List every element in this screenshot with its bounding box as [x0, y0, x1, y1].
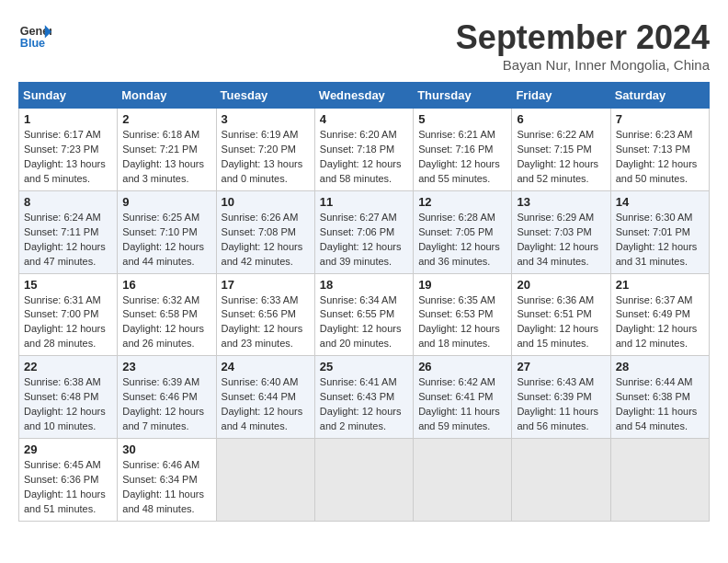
- calendar-week-row: 1 Sunrise: 6:17 AM Sunset: 7:23 PM Dayli…: [19, 109, 710, 191]
- sunset-label: Sunset: 6:43 PM: [320, 391, 394, 402]
- day-number: 14: [616, 195, 704, 209]
- daylight-label: Daylight: 12 hours and 7 minutes.: [122, 406, 204, 431]
- day-info: Sunrise: 6:22 AM Sunset: 7:15 PM Dayligh…: [517, 128, 605, 187]
- day-info: Sunrise: 6:21 AM Sunset: 7:16 PM Dayligh…: [418, 128, 506, 187]
- sunrise-label: Sunrise: 6:28 AM: [418, 212, 495, 223]
- day-info: Sunrise: 6:32 AM Sunset: 6:58 PM Dayligh…: [122, 293, 210, 352]
- calendar-day-cell: 26 Sunrise: 6:42 AM Sunset: 6:41 PM Dayl…: [414, 356, 512, 439]
- calendar-day-cell: 5 Sunrise: 6:21 AM Sunset: 7:16 PM Dayli…: [414, 109, 512, 191]
- calendar-day-cell: 12 Sunrise: 6:28 AM Sunset: 7:05 PM Dayl…: [414, 190, 512, 273]
- sunset-label: Sunset: 7:03 PM: [517, 226, 591, 237]
- logo-icon: General Blue: [18, 18, 51, 52]
- calendar-day-cell: 16 Sunrise: 6:32 AM Sunset: 6:58 PM Dayl…: [118, 273, 216, 356]
- day-number: 11: [320, 195, 408, 209]
- daylight-label: Daylight: 12 hours and 28 minutes.: [24, 323, 106, 349]
- day-number: 19: [418, 278, 506, 292]
- sunset-label: Sunset: 7:21 PM: [122, 144, 197, 155]
- daylight-label: Daylight: 12 hours and 4 minutes.: [222, 406, 303, 431]
- calendar-day-cell: 30 Sunrise: 6:46 AM Sunset: 6:34 PM Dayl…: [118, 439, 216, 522]
- page-header: General Blue September 2024 Bayan Nur, I…: [18, 18, 710, 73]
- day-info: Sunrise: 6:45 AM Sunset: 6:36 PM Dayligh…: [24, 458, 112, 517]
- sunset-label: Sunset: 6:44 PM: [222, 391, 296, 402]
- day-info: Sunrise: 6:44 AM Sunset: 6:38 PM Dayligh…: [616, 375, 704, 434]
- calendar-day-cell: [314, 439, 413, 522]
- daylight-label: Daylight: 12 hours and 39 minutes.: [320, 241, 402, 267]
- calendar-week-row: 29 Sunrise: 6:45 AM Sunset: 6:36 PM Dayl…: [19, 439, 710, 522]
- day-info: Sunrise: 6:38 AM Sunset: 6:48 PM Dayligh…: [24, 375, 112, 434]
- daylight-label: Daylight: 13 hours and 0 minutes.: [222, 158, 303, 184]
- day-number: 26: [418, 360, 506, 373]
- day-info: Sunrise: 6:31 AM Sunset: 7:00 PM Dayligh…: [24, 293, 112, 352]
- calendar-day-cell: 9 Sunrise: 6:25 AM Sunset: 7:10 PM Dayli…: [118, 190, 216, 273]
- day-info: Sunrise: 6:19 AM Sunset: 7:20 PM Dayligh…: [222, 128, 310, 187]
- sunset-label: Sunset: 6:48 PM: [24, 391, 98, 402]
- sunrise-label: Sunrise: 6:24 AM: [24, 212, 101, 223]
- daylight-label: Daylight: 11 hours and 59 minutes.: [418, 406, 500, 431]
- day-info: Sunrise: 6:33 AM Sunset: 6:56 PM Dayligh…: [222, 293, 310, 352]
- daylight-label: Daylight: 11 hours and 54 minutes.: [616, 406, 698, 431]
- sunrise-label: Sunrise: 6:18 AM: [122, 129, 199, 140]
- day-info: Sunrise: 6:35 AM Sunset: 6:53 PM Dayligh…: [418, 293, 506, 352]
- day-number: 25: [320, 360, 408, 373]
- calendar-day-cell: 11 Sunrise: 6:27 AM Sunset: 7:06 PM Dayl…: [314, 190, 413, 273]
- calendar-week-row: 8 Sunrise: 6:24 AM Sunset: 7:11 PM Dayli…: [19, 190, 710, 273]
- sunrise-label: Sunrise: 6:42 AM: [418, 376, 495, 387]
- sunrise-label: Sunrise: 6:40 AM: [222, 376, 299, 387]
- daylight-label: Daylight: 12 hours and 18 minutes.: [418, 323, 500, 349]
- day-info: Sunrise: 6:40 AM Sunset: 6:44 PM Dayligh…: [222, 375, 310, 434]
- calendar-day-cell: 27 Sunrise: 6:43 AM Sunset: 6:39 PM Dayl…: [512, 356, 610, 439]
- calendar-day-cell: 4 Sunrise: 6:20 AM Sunset: 7:18 PM Dayli…: [314, 109, 413, 191]
- sunrise-label: Sunrise: 6:32 AM: [122, 294, 199, 305]
- sunrise-label: Sunrise: 6:27 AM: [320, 212, 397, 223]
- day-info: Sunrise: 6:30 AM Sunset: 7:01 PM Dayligh…: [616, 211, 704, 270]
- calendar-day-cell: 18 Sunrise: 6:34 AM Sunset: 6:55 PM Dayl…: [314, 273, 413, 356]
- weekday-header: Saturday: [610, 83, 709, 109]
- day-number: 3: [222, 112, 310, 126]
- weekday-header: Wednesday: [314, 83, 413, 109]
- day-info: Sunrise: 6:42 AM Sunset: 6:41 PM Dayligh…: [418, 375, 506, 434]
- daylight-label: Daylight: 12 hours and 58 minutes.: [320, 158, 402, 184]
- svg-text:Blue: Blue: [20, 37, 45, 50]
- sunset-label: Sunset: 6:56 PM: [222, 308, 296, 319]
- calendar-day-cell: 7 Sunrise: 6:23 AM Sunset: 7:13 PM Dayli…: [610, 109, 709, 191]
- daylight-label: Daylight: 12 hours and 26 minutes.: [122, 323, 204, 349]
- day-number: 17: [222, 278, 310, 292]
- day-info: Sunrise: 6:46 AM Sunset: 6:34 PM Dayligh…: [122, 458, 210, 517]
- daylight-label: Daylight: 12 hours and 50 minutes.: [616, 158, 698, 184]
- day-info: Sunrise: 6:25 AM Sunset: 7:10 PM Dayligh…: [122, 211, 210, 270]
- daylight-label: Daylight: 12 hours and 52 minutes.: [517, 158, 598, 184]
- daylight-label: Daylight: 12 hours and 34 minutes.: [517, 241, 598, 267]
- sunrise-label: Sunrise: 6:31 AM: [24, 294, 101, 305]
- day-number: 18: [320, 278, 408, 292]
- sunrise-label: Sunrise: 6:37 AM: [616, 294, 693, 305]
- daylight-label: Daylight: 12 hours and 12 minutes.: [616, 323, 698, 349]
- day-number: 5: [418, 112, 506, 126]
- calendar-day-cell: [512, 439, 610, 522]
- calendar-week-row: 15 Sunrise: 6:31 AM Sunset: 7:00 PM Dayl…: [19, 273, 710, 356]
- sunset-label: Sunset: 7:10 PM: [122, 226, 197, 237]
- day-info: Sunrise: 6:18 AM Sunset: 7:21 PM Dayligh…: [122, 128, 210, 187]
- sunset-label: Sunset: 7:16 PM: [418, 144, 493, 155]
- sunset-label: Sunset: 6:41 PM: [418, 391, 493, 402]
- calendar-week-row: 22 Sunrise: 6:38 AM Sunset: 6:48 PM Dayl…: [19, 356, 710, 439]
- sunrise-label: Sunrise: 6:38 AM: [24, 376, 101, 387]
- sunrise-label: Sunrise: 6:34 AM: [320, 294, 397, 305]
- weekday-header: Friday: [512, 83, 610, 109]
- weekday-header: Sunday: [19, 83, 118, 109]
- day-number: 27: [517, 360, 605, 373]
- calendar-day-cell: 10 Sunrise: 6:26 AM Sunset: 7:08 PM Dayl…: [216, 190, 314, 273]
- sunset-label: Sunset: 6:53 PM: [418, 308, 493, 319]
- day-number: 20: [517, 278, 605, 292]
- calendar-day-cell: 17 Sunrise: 6:33 AM Sunset: 6:56 PM Dayl…: [216, 273, 314, 356]
- sunrise-label: Sunrise: 6:19 AM: [222, 129, 299, 140]
- location-title: Bayan Nur, Inner Mongolia, China: [456, 57, 710, 73]
- month-title: September 2024: [456, 18, 710, 57]
- calendar-day-cell: 29 Sunrise: 6:45 AM Sunset: 6:36 PM Dayl…: [19, 439, 118, 522]
- day-info: Sunrise: 6:39 AM Sunset: 6:46 PM Dayligh…: [122, 375, 210, 434]
- daylight-label: Daylight: 12 hours and 55 minutes.: [418, 158, 500, 184]
- day-number: 2: [122, 112, 210, 126]
- daylight-label: Daylight: 12 hours and 2 minutes.: [320, 406, 402, 431]
- sunrise-label: Sunrise: 6:30 AM: [616, 212, 693, 223]
- day-info: Sunrise: 6:20 AM Sunset: 7:18 PM Dayligh…: [320, 128, 408, 187]
- day-info: Sunrise: 6:43 AM Sunset: 6:39 PM Dayligh…: [517, 375, 605, 434]
